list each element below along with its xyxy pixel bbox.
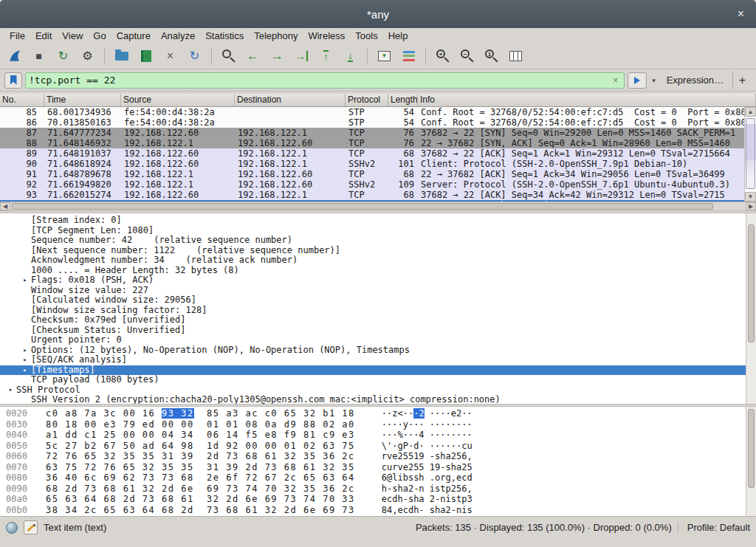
hex-scroll-thumb[interactable] [748, 409, 755, 488]
menu-item-go[interactable]: Go [88, 30, 111, 42]
detail-line[interactable]: 1000 .... = Header Length: 32 bytes (8) [0, 266, 756, 276]
packet-row[interactable]: 8568.001734936fe:54:00:d4:38:2aSTP54Conf… [0, 107, 744, 117]
capture-comment-button[interactable] [24, 520, 38, 534]
hex-row[interactable]: 008036 40 6c 69 62 73 73 68 2e 6f 72 67 … [6, 472, 756, 484]
go-first-packet-icon[interactable]: ↑ [315, 46, 337, 66]
packet-row[interactable]: 8670.013850163fe:54:00:d4:38:2aSTP54Conf… [0, 117, 744, 128]
detail-line[interactable]: [Checksum Status: Unverified] [0, 326, 756, 336]
detail-line[interactable]: TCP payload (1080 bytes) [0, 375, 756, 385]
packet-row[interactable]: 9371.662015274192.168.122.60192.168.122.… [0, 190, 744, 200]
close-window-icon[interactable]: × [733, 0, 749, 28]
filter-dropdown-caret-icon[interactable]: ▾ [650, 77, 658, 84]
scroll-up-icon[interactable]: ▲ [745, 107, 756, 117]
colorize-icon[interactable] [397, 46, 420, 66]
filter-clear-icon[interactable]: × [610, 75, 621, 86]
packet-list-scroll-track[interactable] [745, 117, 756, 192]
packet-row[interactable]: 8971.648191037192.168.122.60192.168.122.… [0, 148, 744, 159]
filter-apply-button[interactable] [628, 72, 647, 89]
scroll-right-icon[interactable]: ▶ [746, 202, 756, 210]
packet-row[interactable]: 9171.648789678192.168.122.1192.168.122.6… [0, 169, 744, 179]
detail-line[interactable]: ▸[SEQ/ACK analysis] [0, 355, 756, 365]
capture-options-icon[interactable]: ⚙ [76, 46, 99, 66]
scroll-down-icon[interactable]: ▼ [745, 192, 756, 202]
column-header-protocol[interactable]: Protocol [346, 94, 388, 106]
open-capture-icon[interactable] [110, 46, 133, 66]
zoom-100-icon[interactable]: 1 [480, 46, 503, 66]
zoom-in-icon[interactable]: + [431, 46, 454, 66]
profile-label[interactable]: Profile: Default [678, 522, 750, 533]
packet-list-hscroll-track[interactable] [10, 202, 746, 210]
packet-row[interactable]: 8871.648146932192.168.122.1192.168.122.6… [0, 138, 744, 148]
detail-line[interactable]: [TCP Segment Len: 1080] [0, 226, 756, 236]
hex-row[interactable]: 00505c 27 b2 67 50 ad 64 98 1d 92 00 00 … [6, 441, 756, 452]
hex-row[interactable]: 00a065 63 64 68 2d 73 68 61 32 2d 6e 69 … [6, 494, 756, 505]
detail-line[interactable]: ▾SSH Protocol [0, 385, 756, 396]
start-capture-icon[interactable] [3, 46, 26, 66]
find-packet-icon[interactable] [217, 46, 240, 66]
column-header-length[interactable]: Length [388, 94, 418, 106]
expand-icon[interactable]: ▸ [19, 345, 31, 356]
hex-vscrollbar[interactable] [746, 407, 756, 516]
detail-line[interactable]: [Window size scaling factor: 128] [0, 306, 756, 316]
zoom-out-icon[interactable]: − [456, 46, 478, 66]
reload-icon[interactable]: ↻ [183, 46, 206, 66]
detail-line[interactable]: Urgent pointer: 0 [0, 335, 756, 345]
hex-row[interactable]: 00b038 34 2c 65 63 64 68 2d 73 68 61 32 … [6, 505, 756, 516]
menu-item-tools[interactable]: Tools [350, 30, 382, 42]
menu-item-statistics[interactable]: Statistics [200, 30, 249, 42]
go-last-packet-icon[interactable]: ↓ [339, 46, 362, 66]
hex-row[interactable]: 0020c0 a8 7a 3c 00 16 93 32 85 a3 ac c0 … [6, 408, 756, 419]
detail-line[interactable]: ▸[Timestamps] [0, 365, 756, 376]
packet-list-scroll-thumb[interactable] [746, 118, 755, 189]
menu-item-view[interactable]: View [57, 30, 88, 42]
scroll-left-icon[interactable]: ◀ [0, 202, 10, 210]
hex-row[interactable]: 003080 18 00 e3 79 ed 00 00 01 01 08 0a … [6, 419, 756, 430]
hex-row[interactable]: 006072 76 65 32 35 35 31 39 2d 73 68 61 … [6, 451, 756, 462]
close-capture-icon[interactable]: × [159, 46, 182, 66]
expert-info-icon[interactable] [6, 522, 18, 534]
menu-item-file[interactable]: File [4, 30, 30, 42]
menu-item-telephony[interactable]: Telephony [249, 30, 303, 42]
display-filter-input[interactable] [29, 75, 610, 86]
save-capture-icon[interactable] [134, 46, 157, 66]
go-back-icon[interactable]: ← [241, 46, 264, 66]
resize-columns-icon[interactable] [504, 46, 527, 66]
packet-list-hscrollbar[interactable]: ◀ ▶ [0, 202, 756, 210]
detail-line[interactable]: SSH Version 2 (encryption:chacha20-poly1… [0, 395, 756, 404]
stop-capture-icon[interactable]: ■ [27, 46, 50, 66]
restart-capture-icon[interactable]: ↻ [52, 46, 75, 66]
column-header-info[interactable]: Info [418, 94, 756, 106]
expression-button[interactable]: Expression… [661, 75, 729, 86]
details-vscrollbar[interactable] [746, 213, 756, 404]
expand-icon[interactable]: ▸ [19, 365, 31, 376]
detail-line[interactable]: Sequence number: 42 (relative sequence n… [0, 235, 756, 246]
packet-list-hscroll-thumb[interactable] [12, 203, 713, 210]
column-header-source[interactable]: Source [121, 94, 235, 106]
go-to-packet-icon[interactable]: → [290, 46, 313, 66]
details-scroll-thumb[interactable] [748, 224, 755, 343]
detail-line[interactable]: Window size value: 227 [0, 286, 756, 296]
filter-bookmark-button[interactable] [4, 72, 22, 89]
expand-icon[interactable]: ▸ [19, 275, 31, 286]
packet-list-vscrollbar[interactable]: ▲ ▼ [744, 107, 756, 202]
collapse-icon[interactable]: ▾ [4, 385, 16, 396]
detail-line[interactable]: [Stream index: 0] [0, 216, 756, 226]
detail-line[interactable]: [Next sequence number: 1122 (relative se… [0, 246, 756, 256]
add-filter-button[interactable]: + [732, 72, 752, 89]
menu-item-help[interactable]: Help [383, 30, 413, 42]
menu-item-analyze[interactable]: Analyze [156, 30, 200, 42]
auto-scroll-icon[interactable]: ▼ [373, 46, 396, 66]
packet-row[interactable]: 8771.647777234192.168.122.60192.168.122.… [0, 128, 744, 138]
column-header-destination[interactable]: Destination [235, 94, 346, 106]
go-forward-icon[interactable]: → [266, 46, 289, 66]
hex-row[interactable]: 007063 75 72 76 65 32 35 35 31 39 2d 73 … [6, 462, 756, 473]
detail-line[interactable]: Checksum: 0x79ed [unverified] [0, 315, 756, 326]
detail-line[interactable]: Acknowledgment number: 34 (relative ack … [0, 255, 756, 266]
hex-row[interactable]: 0040a1 dd c1 25 00 00 04 34 06 14 f5 e8 … [6, 430, 756, 441]
menu-item-wireless[interactable]: Wireless [303, 30, 350, 42]
menu-item-edit[interactable]: Edit [30, 30, 57, 42]
hex-row[interactable]: 009068 2d 73 68 61 32 2d 6e 69 73 74 70 … [6, 484, 756, 495]
column-header-no[interactable]: No. [0, 94, 44, 106]
detail-line[interactable]: ▸Options: (12 bytes), No-Operation (NOP)… [0, 345, 756, 356]
expand-icon[interactable]: ▸ [19, 355, 31, 365]
